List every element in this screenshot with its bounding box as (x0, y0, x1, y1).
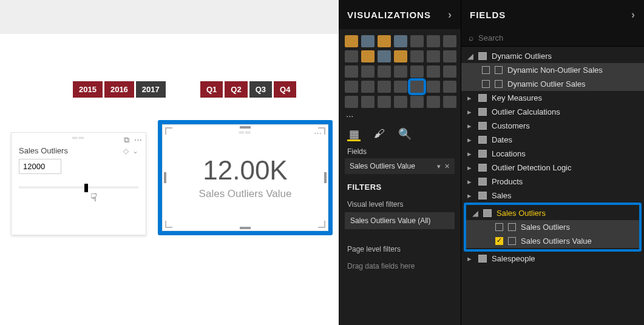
field-well-item[interactable]: Sales Outliers Value (350, 162, 415, 170)
eraser-icon[interactable]: ◇ (123, 147, 129, 155)
viz-multicard-icon[interactable] (427, 81, 440, 93)
fields-pane: FIELDS › ⌕ ◢ Dynamic Outliers Dynamic No… (461, 0, 644, 325)
field-dynamic-non-outlier[interactable]: Dynamic Non-Outlier Sales (461, 63, 644, 77)
checkbox-checked[interactable] (495, 237, 503, 245)
checkbox[interactable] (495, 223, 503, 231)
viz-area-icon[interactable] (345, 50, 358, 62)
viz-custom5-icon[interactable] (410, 96, 424, 108)
viz-stacked-bar-icon[interactable] (345, 35, 358, 47)
quarter-pill-q1[interactable]: Q1 (200, 81, 223, 98)
table-sales-outliers[interactable]: ◢ Sales Outliers (466, 206, 639, 220)
viz-custom6-icon[interactable] (427, 96, 440, 108)
viz-custom3-icon[interactable] (378, 96, 391, 108)
field-sales-outliers-value[interactable]: Sales Outliers Value (466, 234, 639, 248)
viz-map-icon[interactable] (394, 65, 407, 78)
caret-right-icon: ▸ (467, 93, 473, 102)
filters-header: FILTERS (339, 174, 461, 195)
card-grip[interactable]: ══ (163, 127, 328, 137)
viz-pane-header: VISUALIZATIONS › (339, 0, 461, 29)
viz-rscript-icon[interactable] (378, 81, 391, 93)
card-value: 12.00K (203, 155, 287, 186)
filter-chip[interactable]: Sales Outliers Value (All) (345, 212, 455, 229)
chevron-down-icon[interactable]: ⌄ (132, 147, 138, 155)
viz-custom4-icon[interactable] (394, 96, 407, 108)
table-dates[interactable]: ▸Dates (461, 133, 644, 147)
viz-clustered-column-icon[interactable] (394, 35, 407, 47)
table-products[interactable]: ▸Products (461, 175, 644, 189)
card-label: Sales Outliers Value (199, 188, 292, 200)
fields-search[interactable]: ⌕ (461, 29, 644, 47)
more-options-icon[interactable]: ⋯ (134, 135, 142, 145)
slicer-input[interactable] (19, 159, 61, 174)
viz-card-icon[interactable] (410, 81, 424, 93)
table-label: Sales (492, 191, 512, 200)
quarter-pill-q2[interactable]: Q2 (225, 81, 247, 98)
tab-format[interactable]: 🖌 (373, 128, 386, 141)
viz-100stacked-bar-icon[interactable] (410, 35, 424, 47)
focus-mode-icon[interactable]: ⧉ (124, 135, 129, 145)
year-pill-2017[interactable]: 2017 (136, 81, 166, 98)
viz-custom1-icon[interactable] (345, 96, 358, 108)
table-sales[interactable]: ▸Sales (461, 189, 644, 203)
table-key-measures[interactable]: ▸Key Measures (461, 91, 644, 105)
caret-right-icon: ▸ (467, 121, 473, 130)
viz-waterfall-icon[interactable] (427, 50, 440, 62)
table-dynamic-outliers[interactable]: ◢ Dynamic Outliers (461, 49, 644, 63)
viz-gauge-icon[interactable] (443, 65, 456, 78)
field-well-remove-icon[interactable]: ✕ (444, 162, 450, 170)
table-label: Salespeople (492, 254, 535, 263)
viz-custom2-icon[interactable] (361, 96, 375, 108)
checkbox[interactable] (482, 80, 490, 88)
field-well[interactable]: Sales Outliers Value ▾ ✕ (345, 158, 455, 174)
report-canvas[interactable]: 2015 2016 2017 Q1 Q2 Q3 Q4 ══ ⧉ ⋯ Sales … (0, 0, 339, 325)
viz-custom7-icon[interactable] (443, 96, 456, 108)
search-input[interactable] (478, 33, 637, 42)
slicer-slider[interactable] (19, 186, 138, 189)
tab-analytics[interactable]: 🔍 (398, 128, 412, 141)
viz-treemap-icon[interactable] (378, 65, 391, 78)
viz-line-clustered-icon[interactable] (394, 50, 407, 62)
viz-100stacked-column-icon[interactable] (427, 35, 440, 47)
viz-kpi-icon[interactable] (394, 81, 407, 93)
visual-level-filters-label: Visual level filters (339, 195, 461, 212)
table-label: Locations (492, 149, 526, 158)
checkbox[interactable] (482, 66, 490, 74)
viz-more-icon[interactable]: ··· (339, 109, 461, 124)
viz-table-icon[interactable] (361, 81, 375, 93)
field-dynamic-outlier[interactable]: Dynamic Outlier Sales (461, 77, 644, 91)
table-icon (478, 122, 487, 130)
viz-matrix-icon[interactable] (345, 81, 358, 93)
quarter-slicer[interactable]: Q1 Q2 Q3 Q4 (200, 81, 296, 98)
viz-pie-icon[interactable] (345, 65, 358, 78)
table-customers[interactable]: ▸Customers (461, 119, 644, 133)
collapse-pane-icon[interactable]: › (631, 8, 636, 21)
viz-scatter-icon[interactable] (443, 50, 456, 62)
table-locations[interactable]: ▸Locations (461, 147, 644, 161)
viz-line-column-icon[interactable] (378, 50, 391, 62)
table-outlier-calculations[interactable]: ▸Outlier Calculations (461, 105, 644, 119)
field-sales-outliers[interactable]: Sales Outliers (466, 220, 639, 234)
tab-fields[interactable]: ▦ (347, 128, 361, 141)
year-slicer[interactable]: 2015 2016 2017 (73, 81, 166, 98)
viz-clustered-bar-icon[interactable] (378, 35, 391, 47)
viz-ribbon-icon[interactable] (410, 50, 424, 62)
viz-funnel-icon[interactable] (427, 65, 440, 78)
table-outlier-detection[interactable]: ▸Outlier Detection Logic (461, 161, 644, 175)
viz-stacked-area-icon[interactable] (361, 50, 375, 62)
year-pill-2016[interactable]: 2016 (104, 81, 134, 98)
collapse-pane-icon[interactable]: › (448, 8, 452, 21)
viz-filled-map-icon[interactable] (410, 65, 424, 78)
viz-slicer-icon[interactable] (443, 81, 456, 93)
slicer-title: Sales Outliers (19, 146, 68, 155)
viz-donut-icon[interactable] (361, 65, 375, 78)
field-well-dropdown-icon[interactable]: ▾ (437, 162, 441, 170)
quarter-pill-q3[interactable]: Q3 (249, 81, 272, 98)
card-visual-selected[interactable]: ══ ⋯ 12.00K Sales Outliers Value (158, 120, 333, 235)
table-salespeople[interactable]: ▸Salespeople (461, 252, 644, 266)
viz-stacked-column-icon[interactable] (361, 35, 375, 47)
year-pill-2015[interactable]: 2015 (73, 81, 103, 98)
slicer-sales-outliers[interactable]: ══ ⧉ ⋯ Sales Outliers ◇ ⌄ ☟ (11, 132, 146, 235)
viz-line-icon[interactable] (443, 35, 456, 47)
caret-right-icon: ▸ (467, 135, 473, 144)
quarter-pill-q4[interactable]: Q4 (274, 81, 296, 98)
